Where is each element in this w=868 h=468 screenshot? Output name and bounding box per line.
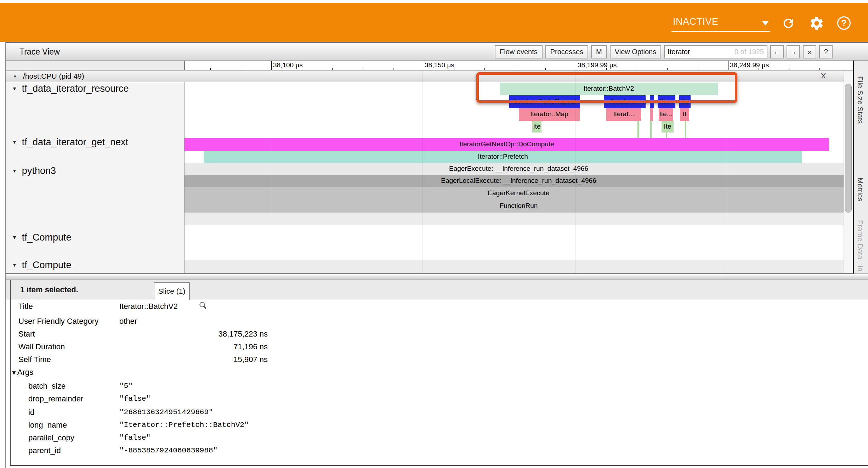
- detail-label-start: Start: [18, 329, 35, 339]
- ruler-major-tick: [423, 61, 423, 70]
- refresh-icon[interactable]: [781, 16, 795, 30]
- trace-event-bar[interactable]: [685, 121, 686, 141]
- detail-label-id: id: [28, 408, 34, 417]
- track-label-python3[interactable]: ▼python3: [12, 165, 56, 176]
- detail-value-self-time: 15,907 ns: [119, 355, 268, 364]
- trace-event-bar[interactable]: IteratorGetNextOp::DoCompute: [185, 138, 829, 151]
- selection-count: 1 item selected.: [20, 285, 78, 294]
- timeline-gridline: [422, 71, 423, 273]
- ruler-tick-label: 38,249.99 µs: [730, 61, 769, 69]
- help-icon[interactable]: ?: [837, 16, 851, 30]
- time-ruler[interactable]: 38,100 µs38,150 µs38,199.99 µs38,249.99 …: [185, 61, 853, 70]
- detail-label-user-friendly-category: User Friendly Category: [18, 317, 98, 326]
- trace-event-bar[interactable]: Ite: [662, 121, 674, 132]
- detail-value-title: Iterator::BatchV2: [119, 302, 178, 311]
- trace-view-titlebar: Trace View Flow eventsProcessesMView Opt…: [6, 43, 868, 61]
- track-label-tf_data_iterator_get_next[interactable]: ▼tf_data_iterator_get_next: [12, 137, 128, 148]
- toolbar-button-processes[interactable]: Processes: [545, 45, 588, 58]
- ruler-minor-tick: [850, 68, 850, 70]
- collapse-triangle-icon[interactable]: ▼: [12, 168, 17, 174]
- detail-label-long_name: long_name: [28, 421, 67, 430]
- detail-value-batch_size: "5": [119, 382, 133, 390]
- side-tab-strip: File Size StatsMetricsFrame DataIn: [854, 61, 868, 274]
- trace-event-bar[interactable]: EagerExecute: __inference_run_dataset_49…: [185, 163, 853, 175]
- detail-value-drop_remainder: "false": [119, 395, 151, 403]
- settings-gear-icon[interactable]: [809, 16, 824, 31]
- detail-value-wall-duration: 71,196 ns: [119, 342, 268, 351]
- ruler-minor-tick: [332, 68, 333, 70]
- trace-event-bar[interactable]: Iterator::Map: [519, 108, 580, 121]
- trace-event-bar[interactable]: [650, 108, 653, 121]
- search-input[interactable]: Iterator0 of 1925: [664, 45, 767, 58]
- trace-event-bar[interactable]: Iterat...: [606, 108, 641, 121]
- toolbar-button-flow-events[interactable]: Flow events: [495, 45, 543, 58]
- search-value: Iterator: [668, 48, 732, 56]
- status-dropdown[interactable]: INACTIVE: [671, 16, 770, 32]
- track-name: tf_data_iterator_resource: [22, 83, 129, 94]
- detail-label-self-time: Self Time: [18, 355, 51, 364]
- ruler-tick-label: 38,199.99 µs: [578, 61, 617, 69]
- detail-value-user-friendly-category: other: [119, 317, 137, 326]
- trace-event-bar[interactable]: EagerLocalExecute: __inference_run_datas…: [185, 175, 853, 187]
- collapse-triangle-icon[interactable]: ▼: [12, 86, 17, 91]
- collapse-triangle-icon[interactable]: ▼: [12, 262, 17, 268]
- collapse-triangle-icon[interactable]: ▼: [12, 235, 17, 240]
- side-tab-file-size-stats[interactable]: File Size Stats: [856, 76, 864, 124]
- vertical-scrollbar[interactable]: [844, 71, 853, 273]
- scrollbar-thumb[interactable]: [845, 84, 852, 213]
- trace-event-bar[interactable]: EagerKernelExecute: [185, 187, 853, 200]
- ruler-minor-tick: [819, 68, 820, 70]
- trace-event-bar[interactable]: [650, 121, 652, 141]
- close-icon[interactable]: X: [821, 72, 826, 80]
- track-label-column: [6, 82, 185, 274]
- selection-highlight-box: [476, 72, 737, 103]
- ruler-major-tick: [271, 61, 272, 70]
- side-tab-metrics[interactable]: Metrics: [856, 177, 864, 202]
- process-name: /host:CPU (pid 49): [23, 72, 84, 80]
- detail-tabbar: 1 item selected. Slice (1): [6, 280, 868, 299]
- detail-value-start: 38,175,223 ns: [119, 329, 268, 339]
- divider: [6, 274, 868, 280]
- ruler-tick-label: 38,150 µs: [425, 61, 454, 69]
- ruler-minor-tick: [241, 68, 241, 70]
- group-name: Args: [17, 368, 33, 377]
- ruler-minor-tick: [667, 68, 668, 70]
- trace-event-bar[interactable]: It: [680, 108, 689, 121]
- detail-label-title: Title: [18, 302, 33, 311]
- detail-label-args[interactable]: ▼Args: [11, 368, 33, 377]
- toolbar-button-view-options[interactable]: View Options: [610, 45, 661, 58]
- collapse-triangle-icon[interactable]: ▼: [12, 139, 17, 145]
- side-tab-in[interactable]: In: [856, 265, 864, 272]
- trace-event-bar[interactable]: FunctionRun: [185, 200, 853, 213]
- track-label-tf_Compute[interactable]: ▼tf_Compute: [12, 260, 71, 271]
- trace-event-bar[interactable]: [185, 260, 853, 273]
- trace-event-bar[interactable]: [185, 213, 853, 225]
- ruler-minor-tick: [363, 68, 363, 70]
- detail-value-parallel_copy: "false": [119, 434, 151, 442]
- collapse-triangle-icon[interactable]: ▾: [14, 74, 16, 79]
- detail-value-long_name: "Iterator::Prefetch::BatchV2": [119, 421, 249, 429]
- ruler-minor-tick: [210, 68, 211, 70]
- collapse-triangle-icon[interactable]: ▼: [11, 370, 17, 376]
- track-label-tf_data_iterator_resource[interactable]: ▼tf_data_iterator_resource: [12, 83, 129, 94]
- magnifier-icon[interactable]: [198, 301, 208, 310]
- track-label-tf_Compute[interactable]: ▼tf_Compute: [12, 232, 71, 243]
- detail-label-drop_remainder: drop_remainder: [28, 394, 83, 404]
- trace-toolbar: Flow eventsProcessesMView OptionsIterato…: [495, 45, 865, 58]
- detail-value-id: "2686136324951429669": [119, 408, 213, 416]
- next-result-button[interactable]: →: [787, 45, 800, 58]
- ruler-minor-tick: [515, 68, 515, 70]
- trace-event-bar[interactable]: Ite: [532, 121, 541, 132]
- side-tab-frame-data[interactable]: Frame Data: [856, 220, 864, 259]
- tab-slice[interactable]: Slice (1): [154, 282, 190, 300]
- toolbar-button-m[interactable]: M: [591, 45, 607, 58]
- ruler-spacer: [6, 61, 185, 70]
- ruler-minor-tick: [545, 68, 546, 70]
- trace-event-bar[interactable]: Iterator::Prefetch: [204, 151, 802, 163]
- trace-event-bar[interactable]: [637, 121, 639, 141]
- prev-result-button[interactable]: ←: [770, 45, 784, 58]
- help-button[interactable]: ?: [819, 45, 833, 58]
- detail-label-batch_size: batch_size: [28, 382, 66, 391]
- trace-event-bar[interactable]: Ite...: [659, 108, 673, 121]
- more-results-button[interactable]: »: [803, 45, 816, 58]
